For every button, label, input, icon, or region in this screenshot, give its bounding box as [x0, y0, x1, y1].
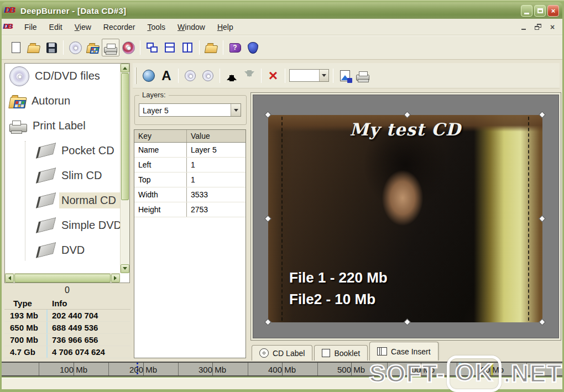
table-row[interactable]: 650 Mb 688 449 536 — [4, 322, 130, 334]
combo-dropdown-button[interactable] — [231, 104, 241, 116]
disc-shape-button[interactable] — [181, 67, 199, 85]
cd-disc-icon — [9, 66, 29, 86]
titlebar: DB DeepBurner - [Data CD#3] × — [2, 2, 562, 19]
sidebar-item-cd-dvd-files[interactable]: CD/DVD files — [5, 64, 129, 88]
help-button[interactable]: ? — [226, 39, 244, 56]
cascade-windows-button[interactable] — [143, 39, 161, 56]
menu-edit[interactable]: Edit — [43, 20, 69, 34]
toolbar-separator — [140, 40, 140, 55]
table-row[interactable]: Name Layer 5 — [134, 143, 246, 158]
delete-x-icon: × — [269, 68, 278, 83]
open-button[interactable] — [25, 39, 43, 56]
label-image[interactable]: My test CD File 1 - 220 Mb File2 - 10 Mb — [268, 115, 542, 322]
new-document-button[interactable] — [7, 39, 25, 56]
label-title-text[interactable]: My test CD — [268, 119, 542, 139]
scroll-right-button[interactable] — [111, 274, 120, 283]
scrollbar-thumb[interactable] — [14, 274, 111, 283]
layer-select-combo[interactable]: Layer 5 — [139, 103, 241, 117]
toolbar-separator — [178, 69, 179, 83]
disc-counter: 0 — [4, 285, 130, 295]
mdi-close-button[interactable]: × — [548, 23, 557, 31]
toolbar-grip[interactable] — [135, 67, 137, 84]
tile-horizontal-button[interactable] — [161, 39, 179, 56]
toolbar-separator — [333, 69, 333, 83]
menu-tools[interactable]: Tools — [141, 20, 171, 34]
scroll-down-button[interactable] — [121, 264, 129, 273]
autorun-button[interactable] — [84, 39, 102, 56]
combo-dropdown-button[interactable] — [319, 70, 328, 81]
sidebar-item-autorun[interactable]: Autorun — [5, 88, 129, 113]
chevron-down-icon — [322, 74, 326, 79]
close-button[interactable]: × — [547, 5, 559, 17]
scrollbar-thumb[interactable] — [121, 73, 129, 200]
toolbar-separator — [220, 69, 220, 83]
table-row[interactable]: Left 1 — [134, 158, 246, 173]
export-image-button[interactable] — [336, 67, 354, 85]
tile-vertical-icon — [182, 43, 192, 53]
move-up-button[interactable] — [223, 67, 241, 85]
mdi-minimize-button[interactable] — [519, 23, 528, 31]
insert-image-button[interactable] — [140, 67, 158, 85]
sidebar-horizontal-scrollbar[interactable] — [5, 273, 120, 283]
delete-layer-button[interactable]: × — [264, 67, 282, 85]
ruler-tick — [317, 363, 318, 375]
label-editor-toolbar: A × — [133, 63, 560, 88]
arrow-down-icon — [244, 70, 254, 82]
table-row[interactable]: Height 2753 — [134, 202, 246, 217]
tab-cd-label[interactable]: CD Label — [252, 345, 312, 360]
disc-shape-icon — [185, 70, 196, 81]
insert-text-button[interactable]: A — [158, 67, 175, 85]
menu-help[interactable]: Help — [211, 20, 239, 34]
insert-image-icon — [143, 70, 155, 82]
table-row[interactable]: 4.7 Gb 4 706 074 624 — [4, 346, 130, 358]
sidebar-item-simple-dvd[interactable]: Simple DVD — [5, 213, 129, 238]
table-row[interactable]: Width 3533 — [134, 187, 246, 202]
font-size-combo[interactable] — [289, 69, 329, 82]
ruler-label: 500 Mb — [337, 365, 365, 374]
sidebar-item-pocket-cd[interactable]: Pocket CD — [5, 138, 129, 163]
about-button[interactable] — [244, 39, 262, 56]
menu-recorder[interactable]: Recorder — [97, 20, 142, 34]
layers-groupbox: Layers: Layer 5 — [134, 95, 247, 125]
menubar: DB File Edit View Recorder Tools Window … — [2, 19, 562, 35]
table-row[interactable]: Top 1 — [134, 173, 246, 187]
burn-disc-button[interactable] — [119, 39, 137, 56]
layer-properties-table: Key Value Name Layer 5 Left 1 Top 1 Widt… — [134, 129, 246, 358]
print-label-button[interactable] — [102, 39, 119, 56]
cd-dvd-files-button[interactable] — [66, 39, 84, 56]
menu-file[interactable]: File — [18, 20, 43, 34]
sidebar-item-slim-cd[interactable]: Slim CD — [5, 163, 129, 188]
scroll-up-button[interactable] — [121, 64, 129, 72]
cascade-windows-icon — [147, 43, 158, 53]
cd-label-icon — [259, 348, 269, 358]
printer-icon — [104, 47, 117, 53]
disc-text-icon — [202, 70, 213, 81]
move-down-button[interactable] — [241, 67, 258, 85]
sidebar-item-print-label[interactable]: Print Label — [5, 113, 129, 138]
menu-view[interactable]: View — [69, 20, 97, 34]
sidebar-item-normal-cd[interactable]: Normal CD — [5, 188, 129, 213]
table-row[interactable]: 193 Mb 202 440 704 — [4, 310, 130, 322]
print-button[interactable] — [354, 67, 372, 85]
tab-booklet[interactable]: Booklet — [314, 345, 368, 360]
table-row[interactable]: 700 Mb 736 966 656 — [4, 334, 130, 346]
export-image-icon — [340, 70, 350, 81]
sidebar-item-dvd[interactable]: DVD — [5, 238, 129, 263]
open-folder-icon — [27, 45, 40, 53]
disc-text-button[interactable] — [199, 67, 217, 85]
maximize-button[interactable] — [534, 5, 546, 17]
menu-window[interactable]: Window — [171, 20, 211, 34]
save-button[interactable] — [43, 39, 60, 56]
minimize-button[interactable] — [521, 5, 532, 17]
label-file-list-text[interactable]: File 1 - 220 Mb File2 - 10 Mb — [289, 267, 388, 310]
browse-folder-button[interactable] — [202, 39, 220, 56]
window-controls: × — [521, 5, 559, 17]
layers-group-label: Layers: — [139, 91, 169, 99]
help-book-icon: ? — [229, 43, 241, 53]
mdi-restore-button[interactable] — [534, 23, 542, 31]
tile-vertical-button[interactable] — [179, 39, 196, 56]
ruler-tick — [39, 363, 39, 375]
sidebar-vertical-scrollbar[interactable] — [120, 64, 129, 273]
scroll-left-button[interactable] — [5, 274, 14, 283]
label-preview-canvas[interactable]: My test CD File 1 - 220 Mb File2 - 10 Mb — [251, 93, 561, 340]
